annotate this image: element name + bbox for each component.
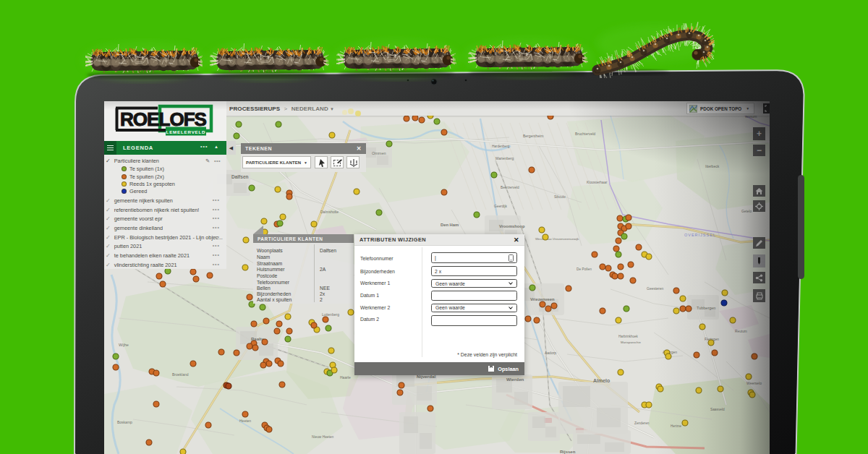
- svg-text:Sibculo: Sibculo: [554, 195, 566, 199]
- svg-text:Westerhaar-Vriezenveensewijk: Westerhaar-Vriezenveensewijk: [535, 237, 579, 241]
- svg-text:Vriezenveen: Vriezenveen: [530, 297, 555, 301]
- svg-text:Kloosterhaar: Kloosterhaar: [587, 180, 608, 184]
- svg-text:Saasveld: Saasveld: [710, 408, 725, 411]
- svg-text:Heeten: Heeten: [239, 419, 251, 423]
- svg-text:Rijssen: Rijssen: [560, 450, 576, 454]
- svg-text:Boskamp: Boskamp: [117, 420, 132, 424]
- svg-text:ROELOFS: ROELOFS: [120, 109, 206, 129]
- svg-text:Mariaparochie: Mariaparochie: [621, 340, 641, 344]
- svg-text:Geerdijk: Geerdijk: [494, 205, 507, 208]
- svg-text:Haarle: Haarle: [340, 375, 351, 380]
- svg-text:OVERIJSSEL: OVERIJSSEL: [684, 233, 716, 237]
- svg-text:Getelo: Getelo: [741, 210, 752, 213]
- svg-text:Weerselo: Weerselo: [746, 381, 762, 385]
- svg-text:Harbrinkhoek: Harbrinkhoek: [618, 335, 639, 338]
- svg-text:Beerzerveld: Beerzerveld: [501, 186, 519, 189]
- svg-text:Bruchterveld: Bruchterveld: [575, 132, 595, 136]
- svg-text:Wijhe: Wijhe: [119, 343, 129, 347]
- svg-text:Marienberg: Marienberg: [495, 156, 514, 160]
- svg-text:Broekland: Broekland: [172, 372, 189, 377]
- svg-text:Zenderen: Zenderen: [634, 421, 650, 425]
- svg-text:Reutum: Reutum: [735, 330, 747, 333]
- svg-text:Bergentheim: Bergentheim: [523, 134, 543, 138]
- svg-text:Luttenberg: Luttenberg: [322, 312, 339, 317]
- svg-text:Tubbergen: Tubbergen: [697, 306, 715, 310]
- svg-text:Hertme: Hertme: [671, 424, 682, 428]
- svg-text:Den Ham: Den Ham: [441, 223, 459, 227]
- svg-text:Geesteren: Geesteren: [647, 286, 664, 291]
- svg-text:De Pollen: De Pollen: [576, 267, 592, 271]
- svg-text:Ommen: Ommen: [372, 151, 386, 155]
- svg-text:Hardenberg: Hardenberg: [492, 145, 510, 148]
- svg-text:Dalfsen: Dalfsen: [231, 174, 249, 179]
- svg-text:Almelo: Almelo: [593, 378, 610, 383]
- svg-text:Aadorp: Aadorp: [545, 351, 556, 355]
- svg-text:Nieuw Heeten: Nieuw Heeten: [312, 435, 333, 439]
- svg-text:Itterbeck: Itterbeck: [705, 164, 720, 168]
- svg-text:LEMELERVELD: LEMELERVELD: [166, 129, 206, 134]
- svg-text:Vroomshoop: Vroomshoop: [499, 224, 525, 228]
- svg-text:Dalmsholte: Dalmsholte: [320, 210, 339, 214]
- svg-text:Wierden: Wierden: [506, 377, 524, 382]
